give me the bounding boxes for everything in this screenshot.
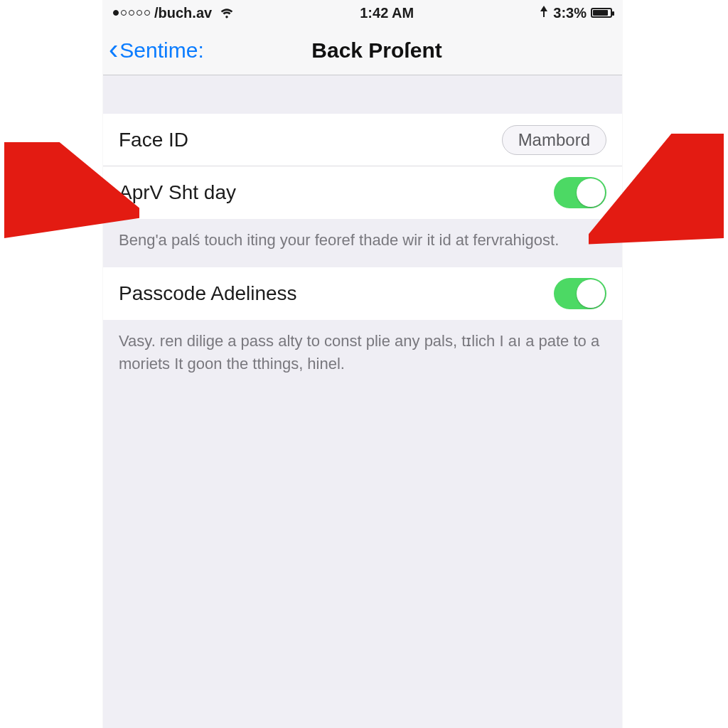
back-label: Sentime: <box>119 38 203 63</box>
empty-area <box>103 391 622 690</box>
status-time: 1:42 AM <box>235 5 539 21</box>
row-face-id[interactable]: Face ID Mambord <box>103 114 622 166</box>
section-footer-2: Vasy. ren dilige a pass alty to const pl… <box>103 320 622 391</box>
settings-section-2: Passcode Adeliness <box>103 267 622 320</box>
chevron-left-icon: ‹ <box>109 35 118 63</box>
row-aprv-sht-day[interactable]: AprV Sht day <box>103 166 622 219</box>
section-footer-1: Beng'a palś touch iting your feoref thad… <box>103 219 622 267</box>
settings-section-1: Face ID Mambord AprV Sht day <box>103 114 622 219</box>
row-passcode-adeliness[interactable]: Passcode Adeliness <box>103 267 622 320</box>
wifi-icon <box>219 6 235 19</box>
battery-percent: 3:3% <box>553 5 587 21</box>
carrier-label: /buch.av <box>154 5 212 21</box>
status-left: /buch.av <box>113 5 235 21</box>
phone-frame: /buch.av 1:42 AM 3:3% ‹ Sentime: Back Pr… <box>103 0 622 728</box>
row-label: Face ID <box>119 129 489 151</box>
status-bar: /buch.av 1:42 AM 3:3% <box>103 0 622 26</box>
battery-icon <box>591 8 612 18</box>
signal-strength-icon <box>113 10 150 16</box>
status-right: 3:3% <box>539 5 612 21</box>
row-label: AprV Sht day <box>119 181 541 204</box>
section-gap <box>103 75 622 114</box>
toggle-aprv[interactable] <box>554 177 606 208</box>
nav-bar: ‹ Sentime: Back Proſent <box>103 26 622 75</box>
face-id-button[interactable]: Mambord <box>502 125 606 155</box>
activity-icon <box>539 5 549 21</box>
row-label: Passcode Adeliness <box>119 282 541 305</box>
toggle-passcode[interactable] <box>554 278 606 309</box>
back-button[interactable]: ‹ Sentime: <box>109 26 204 75</box>
